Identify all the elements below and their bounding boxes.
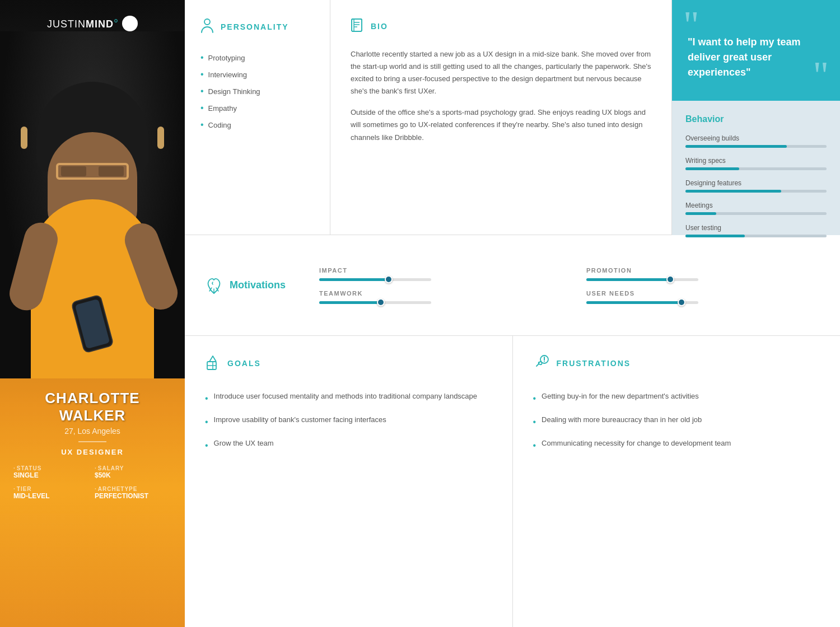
- behavior-bar-fill-3: [685, 212, 716, 215]
- profile-divider: [78, 441, 106, 442]
- stat-tier-value: MID-LEVEL: [13, 492, 90, 500]
- behavior-bar-bg-1: [685, 167, 827, 170]
- motivation-user-needs-thumb: [678, 298, 685, 306]
- motivation-impact: IMPACT: [319, 267, 553, 281]
- stat-status: ·STATUS SINGLE: [13, 465, 90, 479]
- behavior-bar-bg-2: [685, 190, 827, 193]
- motivation-impact-thumb: [385, 275, 393, 283]
- motivation-user-needs-fill: [586, 301, 682, 304]
- stat-tier: ·TIER MID-LEVEL: [13, 486, 90, 500]
- behavior-bar-fill-0: [685, 145, 787, 148]
- motivation-teamwork-track: [319, 301, 431, 304]
- section-bio: BIO Charlotte recently started a new job…: [330, 0, 672, 235]
- goal-1: Improve usability of bank's customer fac…: [205, 410, 492, 433]
- motivation-user-needs: USER NEEDS: [586, 290, 820, 304]
- section-frustrations: Frustrations Getting buy-in for the new …: [513, 336, 841, 627]
- logo-text: JUSTINMIND°: [47, 17, 119, 30]
- motivation-teamwork-fill: [319, 301, 381, 304]
- personality-icon: [200, 18, 214, 36]
- stat-salary: ·SALARY $50K: [95, 465, 171, 479]
- behavior-bar-bg-0: [685, 145, 827, 148]
- profile-stats: ·STATUS SINGLE ·SALARY $50K ·TIER MID-LE…: [13, 465, 171, 500]
- frustrations-title: Frustrations: [557, 359, 631, 368]
- svg-point-27: [544, 361, 545, 362]
- personality-item-4: Coding: [200, 116, 314, 133]
- right-panel: " "I want to help my team deliver great …: [672, 0, 840, 235]
- motivation-promotion-fill: [586, 278, 670, 281]
- goals-header: Goals: [205, 354, 492, 373]
- motivation-impact-fill: [319, 278, 389, 281]
- profile-info: CHARLOTTE WALKER 27, Los Angeles UX DESI…: [0, 378, 185, 513]
- svg-rect-5: [352, 19, 362, 31]
- motivations-grid: IMPACT PROMOTION: [319, 267, 820, 304]
- logo: JUSTINMIND°: [47, 16, 138, 31]
- motivation-promotion-thumb: [666, 275, 674, 283]
- bio-title: BIO: [371, 22, 388, 31]
- motivation-promotion-label: PROMOTION: [586, 267, 820, 274]
- behavior-item-2: Designing features: [685, 179, 827, 193]
- behavior-bar-fill-2: [685, 190, 781, 193]
- section-goals: Goals Introduce user focused mentality a…: [185, 336, 513, 627]
- person-silhouette: [0, 31, 185, 378]
- behavior-label-0: Overseeing builds: [685, 134, 827, 142]
- motivations-icon: [205, 274, 223, 297]
- personality-item-1: Interviewing: [200, 66, 314, 83]
- personality-item-3: Empathy: [200, 100, 314, 116]
- behavior-item-4: User testing: [685, 224, 827, 237]
- logo-circle: [122, 16, 138, 31]
- top-row: PERSONALITY Prototyping Interviewing Des…: [185, 0, 840, 235]
- motivation-impact-label: IMPACT: [319, 267, 553, 274]
- behavior-section: Behavior Overseeing builds Writing specs: [672, 101, 840, 258]
- quote-section: " "I want to help my team deliver great …: [672, 0, 840, 101]
- quote-text: "I want to help my team deliver great us…: [688, 35, 824, 80]
- motivation-teamwork-thumb: [377, 298, 385, 306]
- bottom-row: Goals Introduce user focused mentality a…: [185, 336, 840, 627]
- stat-salary-value: $50K: [95, 471, 171, 479]
- behavior-bar-bg-4: [685, 235, 827, 237]
- frustrations-list: Getting buy-in for the new department's …: [533, 386, 820, 457]
- stat-archetype: ·ARCHETYPE PERFECTIONIST: [95, 486, 171, 500]
- behavior-bar-fill-4: [685, 235, 745, 237]
- motivation-impact-track: [319, 278, 431, 281]
- motivation-user-needs-label: USER NEEDS: [586, 290, 820, 297]
- stat-status-value: SINGLE: [13, 471, 90, 479]
- motivation-promotion: PROMOTION: [586, 267, 820, 281]
- motivations-row: Motivations IMPACT PROMOTION: [185, 235, 840, 336]
- goal-0: Introduce user focused mentality and met…: [205, 386, 492, 410]
- main-content: PERSONALITY Prototyping Interviewing Des…: [185, 0, 840, 627]
- behavior-title: Behavior: [685, 114, 827, 124]
- stat-status-label: ·STATUS: [13, 465, 90, 471]
- behavior-bar-bg-3: [685, 212, 827, 215]
- behavior-bar-fill-1: [685, 167, 739, 170]
- bio-icon: [351, 18, 364, 35]
- person-photo: [0, 31, 185, 378]
- behavior-label-4: User testing: [685, 224, 827, 232]
- bio-paragraph-1: Outside of the office she's a sports-mad…: [351, 106, 651, 143]
- motivations-header: Motivations: [205, 274, 286, 297]
- behavior-label-3: Meetings: [685, 202, 827, 209]
- stat-salary-label: ·SALARY: [95, 465, 171, 471]
- stat-archetype-label: ·ARCHETYPE: [95, 486, 171, 492]
- bio-paragraph-0: Charlotte recently started a new job as …: [351, 48, 651, 97]
- behavior-label-1: Writing specs: [685, 157, 827, 165]
- goals-title: Goals: [227, 359, 261, 368]
- personality-list: Prototyping Interviewing Design Thinking…: [200, 49, 314, 133]
- profile-age-city: 27, Los Angeles: [13, 427, 171, 436]
- bio-header: BIO: [351, 18, 651, 35]
- personality-title: PERSONALITY: [221, 22, 289, 31]
- behavior-item-3: Meetings: [685, 202, 827, 215]
- goals-list: Introduce user focused mentality and met…: [205, 386, 492, 457]
- behavior-item-0: Overseeing builds: [685, 134, 827, 148]
- frustrations-header: Frustrations: [533, 354, 820, 373]
- motivation-promotion-track: [586, 278, 698, 281]
- frustration-0: Getting buy-in for the new department's …: [533, 386, 820, 410]
- frustrations-icon: [533, 354, 550, 373]
- profile-name: CHARLOTTE WALKER: [13, 390, 171, 424]
- behavior-label-2: Designing features: [685, 179, 827, 187]
- personality-header: PERSONALITY: [200, 18, 314, 36]
- motivation-teamwork: TEAMWORK: [319, 290, 553, 304]
- frustration-1: Dealing with more bureaucracy than in he…: [533, 410, 820, 433]
- personality-item-2: Design Thinking: [200, 83, 314, 100]
- frustration-2: Communicating necessity for change to de…: [533, 433, 820, 457]
- motivations-title: Motivations: [230, 279, 286, 291]
